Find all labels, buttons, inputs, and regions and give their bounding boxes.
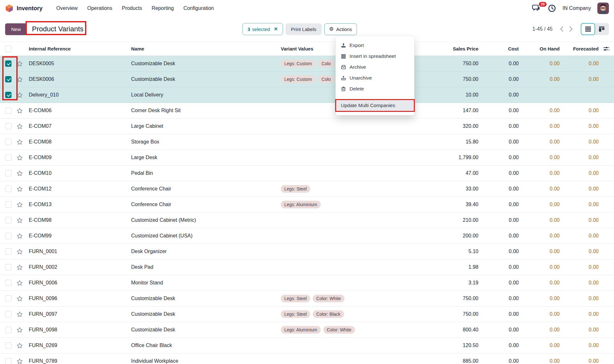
optional-columns-button[interactable]	[599, 42, 614, 56]
table-row[interactable]: E-COM13 Conference Chair Legs: Aluminium…	[0, 197, 614, 213]
table-row[interactable]: DESK0005 Customizable Desk Legs: CustomC…	[0, 56, 614, 72]
menu-item-unarchive[interactable]: Unarchive	[336, 73, 414, 83]
row-checkbox[interactable]	[5, 170, 12, 176]
favorite-star-icon[interactable]	[16, 248, 23, 255]
table-row[interactable]: E-COM10 Pedal Bin 47.00 0.00 0.00 0.00	[0, 166, 614, 181]
table-row[interactable]: Delivery_010 Local Delivery 10.00 0.00	[0, 87, 614, 103]
messages-button[interactable]: 29	[532, 4, 541, 12]
kanban-view-button[interactable]	[594, 23, 609, 35]
column-header-internal-reference[interactable]: Internal Reference	[29, 42, 131, 56]
row-checkbox[interactable]	[5, 280, 12, 286]
table-row[interactable]: E-COM99 Customized Cabinet (USA) 200.00 …	[0, 228, 614, 244]
favorite-star-icon[interactable]	[16, 264, 23, 271]
favorite-star-icon[interactable]	[16, 295, 23, 302]
favorite-star-icon[interactable]	[16, 342, 23, 349]
column-header-cost[interactable]: Cost	[478, 42, 519, 56]
row-checkbox[interactable]	[5, 139, 12, 145]
nav-item-operations[interactable]: Operations	[87, 5, 112, 11]
clear-selection-icon[interactable]: ✕	[274, 26, 278, 32]
row-checkbox[interactable]	[5, 123, 12, 129]
row-checkbox[interactable]	[5, 107, 12, 114]
menu-item-export[interactable]: Export	[336, 40, 414, 51]
row-checkbox[interactable]	[5, 342, 12, 349]
favorite-star-icon[interactable]	[16, 358, 23, 364]
table-row[interactable]: E-COM07 Large Cabinet 320.00 0.00 0.00 0…	[0, 119, 614, 134]
favorite-star-icon[interactable]	[16, 154, 23, 161]
row-checkbox[interactable]	[5, 76, 12, 82]
table-row[interactable]: FURN_0001 Desk Organizer 5.10 0.00 0.00 …	[0, 244, 614, 259]
menu-item-delete[interactable]: Delete	[336, 83, 414, 94]
new-button[interactable]: New	[5, 23, 27, 35]
column-header-on-hand[interactable]: On Hand	[519, 42, 560, 56]
pager-next-button[interactable]	[566, 26, 576, 32]
cost-cell: 0.00	[478, 353, 519, 364]
table-row[interactable]: FURN_0789 Individual Workplace 885.00 0.…	[0, 353, 614, 364]
favorite-star-icon[interactable]	[16, 280, 23, 286]
on-hand-cell: 0.00	[519, 322, 560, 337]
nav-item-overview[interactable]: Overview	[56, 5, 78, 11]
table-row[interactable]: E-COM98 Customized Cabinet (Metric) 210.…	[0, 213, 614, 228]
favorite-star-icon[interactable]	[16, 60, 23, 67]
cost-cell: 0.00	[478, 119, 519, 134]
table-row[interactable]: FURN_0098 Customizable Desk Legs: Alumin…	[0, 322, 614, 338]
nav-item-reporting[interactable]: Reporting	[152, 5, 174, 11]
favorite-star-icon[interactable]	[16, 201, 23, 208]
row-checkbox[interactable]	[5, 295, 12, 302]
column-header-name[interactable]: Name	[131, 42, 278, 56]
favorite-star-icon[interactable]	[16, 170, 23, 177]
table-row[interactable]: DESK0006 Customizable Desk Legs: CustomC…	[0, 72, 614, 87]
column-header-sales-price[interactable]: Sales Price	[421, 42, 478, 56]
favorite-star-icon[interactable]	[16, 233, 23, 239]
print-labels-button[interactable]: Print Labels	[286, 23, 322, 35]
row-checkbox[interactable]	[5, 248, 12, 255]
favorite-star-icon[interactable]	[16, 327, 23, 333]
row-checkbox[interactable]	[5, 327, 12, 333]
user-avatar[interactable]	[597, 3, 609, 14]
row-checkbox[interactable]	[5, 358, 12, 364]
table-row[interactable]: E-COM09 Large Desk 1,799.00 0.00 0.00 0.…	[0, 150, 614, 166]
cost-cell: 0.00	[478, 306, 519, 322]
menu-item-update-multi-companies[interactable]: Update Multi Companies	[336, 100, 414, 111]
favorite-star-icon[interactable]	[16, 217, 23, 224]
favorite-star-icon[interactable]	[16, 311, 23, 318]
internal-reference-cell: E-COM99	[29, 228, 131, 244]
nav-item-configuration[interactable]: Configuration	[184, 5, 214, 11]
app-brand[interactable]: Inventory	[17, 5, 43, 12]
table-row[interactable]: FURN_0269 Office Chair Black 120.50 0.00…	[0, 338, 614, 353]
favorite-star-icon[interactable]	[16, 139, 23, 145]
activities-clock-icon[interactable]	[548, 4, 556, 12]
row-checkbox[interactable]	[5, 311, 12, 317]
row-checkbox[interactable]	[5, 60, 12, 67]
favorite-star-icon[interactable]	[16, 92, 23, 98]
actions-button[interactable]: ⚙ Actions	[324, 23, 357, 35]
row-checkbox[interactable]	[5, 154, 12, 161]
row-checkbox[interactable]	[5, 264, 12, 270]
table-row[interactable]: FURN_0002 Desk Pad 1.98 0.00 0.00 0.00	[0, 259, 614, 275]
table-row[interactable]: E-COM08 Storage Box 15.80 0.00 0.00 0.00	[0, 134, 614, 150]
favorite-star-icon[interactable]	[16, 107, 23, 114]
favorite-star-icon[interactable]	[16, 76, 23, 83]
row-checkbox[interactable]	[5, 186, 12, 192]
table-row[interactable]: FURN_0096 Customizable Desk Legs: SteelC…	[0, 291, 614, 306]
product-name-cell: Desk Organizer	[131, 244, 278, 259]
company-switcher[interactable]: IN Company	[563, 5, 591, 11]
inventory-app-icon[interactable]	[5, 4, 13, 12]
menu-item-archive[interactable]: Archive	[336, 62, 414, 73]
row-checkbox[interactable]	[5, 217, 12, 223]
row-checkbox[interactable]	[5, 233, 12, 239]
table-row[interactable]: FURN_0006 Monitor Stand 3.19 0.00 0.00 0…	[0, 275, 614, 291]
favorite-star-icon[interactable]	[16, 123, 23, 130]
nav-item-products[interactable]: Products	[122, 5, 142, 11]
favorite-star-icon[interactable]	[16, 186, 23, 192]
column-header-forecasted[interactable]: Forecasted	[560, 42, 599, 56]
menu-item-insert-in-spreadsheet[interactable]: Insert in spreadsheet	[336, 51, 414, 62]
row-checkbox[interactable]	[5, 201, 12, 208]
table-row[interactable]: E-COM06 Corner Desk Right Sit 147.00 0.0…	[0, 103, 614, 119]
cost-cell: 0.00	[478, 56, 519, 71]
pager-previous-button[interactable]	[557, 26, 566, 32]
list-view-button[interactable]	[581, 23, 595, 35]
row-checkbox[interactable]	[5, 92, 12, 98]
select-all-checkbox[interactable]	[5, 46, 12, 52]
table-row[interactable]: E-COM12 Conference Chair Legs: Steel 33.…	[0, 181, 614, 197]
table-row[interactable]: FURN_0097 Customizable Desk Legs: SteelC…	[0, 306, 614, 322]
